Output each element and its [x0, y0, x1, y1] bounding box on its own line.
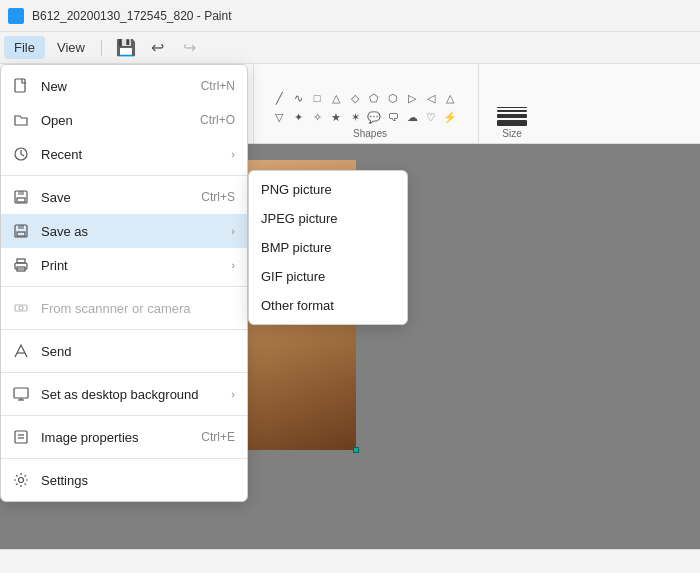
ribbon-group-size: Size	[487, 64, 537, 143]
resize-handle-corner[interactable]	[353, 447, 359, 453]
separator-1	[1, 175, 247, 176]
print-label: Print	[41, 258, 217, 273]
saveas-label: Save as	[41, 224, 217, 239]
print-icon	[11, 255, 31, 275]
size-options	[497, 107, 527, 126]
open-shortcut: Ctrl+O	[200, 113, 235, 127]
shape-arrow-d[interactable]: ▽	[270, 108, 288, 126]
menu-item-saveas[interactable]: Save as ›	[1, 214, 247, 248]
scanner-label: From scannner or camera	[41, 301, 235, 316]
saveas-submenu: PNG picture JPEG picture BMP picture GIF…	[248, 170, 408, 325]
shape-arrow-l[interactable]: ◁	[422, 89, 440, 107]
save-icon	[11, 187, 31, 207]
shape-hex[interactable]: ⬡	[384, 89, 402, 107]
menu-item-properties[interactable]: Image properties Ctrl+E	[1, 420, 247, 454]
separator-3	[1, 329, 247, 330]
svg-rect-7	[17, 232, 25, 236]
shape-callout-l[interactable]: 🗨	[384, 108, 402, 126]
svg-rect-17	[15, 431, 27, 443]
saveas-png[interactable]: PNG picture	[249, 175, 407, 204]
new-label: New	[41, 79, 191, 94]
menu-item-print[interactable]: Print ›	[1, 248, 247, 282]
shape-star5[interactable]: ★	[327, 108, 345, 126]
saveas-bmp[interactable]: BMP picture	[249, 233, 407, 262]
title-bar-text: B612_20200130_172545_820 - Paint	[32, 9, 232, 23]
toolbar-buttons: 💾 ↩ ↪	[112, 34, 204, 62]
menu-item-save[interactable]: Save Ctrl+S	[1, 180, 247, 214]
shape-diamond[interactable]: ◇	[346, 89, 364, 107]
status-bar	[0, 549, 700, 573]
separator-2	[1, 286, 247, 287]
shape-callout-r[interactable]: 💬	[365, 108, 383, 126]
open-label: Open	[41, 113, 190, 128]
png-label: PNG picture	[261, 182, 332, 197]
shape-pentagon[interactable]: ⬠	[365, 89, 383, 107]
undo-button[interactable]: ↩	[144, 34, 172, 62]
new-icon	[11, 76, 31, 96]
shape-rect[interactable]: □	[308, 89, 326, 107]
shape-line[interactable]: ╱	[270, 89, 288, 107]
svg-rect-0	[15, 79, 25, 92]
menu-item-send[interactable]: Send	[1, 334, 247, 368]
shape-curve[interactable]: ∿	[289, 89, 307, 107]
shape-triangle[interactable]: △	[327, 89, 345, 107]
svg-rect-4	[17, 198, 25, 202]
saveas-arrow: ›	[231, 225, 235, 237]
app-icon	[8, 8, 24, 24]
menu-item-open[interactable]: Open Ctrl+O	[1, 103, 247, 137]
menu-item-settings[interactable]: Settings	[1, 463, 247, 497]
properties-shortcut: Ctrl+E	[201, 430, 235, 444]
menu-file[interactable]: File	[4, 36, 45, 59]
separator-6	[1, 458, 247, 459]
shape-star6[interactable]: ✶	[346, 108, 364, 126]
size-thick[interactable]	[497, 114, 527, 118]
properties-icon	[11, 427, 31, 447]
shape-lightning[interactable]: ⚡	[441, 108, 459, 126]
svg-rect-14	[14, 388, 28, 398]
size-medium[interactable]	[497, 110, 527, 112]
shape-heart[interactable]: ♡	[422, 108, 440, 126]
file-menu: New Ctrl+N Open Ctrl+O Recent › Save Ctr…	[0, 64, 248, 502]
ribbon-group-shapes: ╱ ∿ □ △ ◇ ⬠ ⬡ ▷ ◁ △ ▽ ✦ ✧ ★ ✶ 💬 🗨 ☁ ♡ ⚡ …	[262, 64, 479, 143]
svg-point-12	[19, 306, 23, 310]
shape-4arrow[interactable]: ✦	[289, 108, 307, 126]
shapes-label: Shapes	[353, 128, 387, 139]
svg-rect-6	[18, 225, 24, 229]
menu-item-recent[interactable]: Recent ›	[1, 137, 247, 171]
size-xthick[interactable]	[497, 120, 527, 126]
shape-cloud[interactable]: ☁	[403, 108, 421, 126]
shape-star4[interactable]: ✧	[308, 108, 326, 126]
shape-arrow-r[interactable]: ▷	[403, 89, 421, 107]
scanner-icon	[11, 298, 31, 318]
redo-button[interactable]: ↪	[176, 34, 204, 62]
desktop-label: Set as desktop background	[41, 387, 217, 402]
shape-arrow-u[interactable]: △	[441, 89, 459, 107]
separator-4	[1, 372, 247, 373]
saveas-other[interactable]: Other format	[249, 291, 407, 320]
recent-icon	[11, 144, 31, 164]
desktop-icon	[11, 384, 31, 404]
menu-bar: File View 💾 ↩ ↪	[0, 32, 700, 64]
menu-view[interactable]: View	[47, 36, 95, 59]
size-label: Size	[502, 128, 521, 139]
saveas-icon	[11, 221, 31, 241]
other-label: Other format	[261, 298, 334, 313]
properties-label: Image properties	[41, 430, 191, 445]
saveas-jpeg[interactable]: JPEG picture	[249, 204, 407, 233]
new-shortcut: Ctrl+N	[201, 79, 235, 93]
menu-item-new[interactable]: New Ctrl+N	[1, 69, 247, 103]
svg-rect-3	[18, 191, 24, 195]
size-thin[interactable]	[497, 107, 527, 108]
settings-label: Settings	[41, 473, 235, 488]
saveas-gif[interactable]: GIF picture	[249, 262, 407, 291]
save-shortcut: Ctrl+S	[201, 190, 235, 204]
jpeg-label: JPEG picture	[261, 211, 338, 226]
gif-label: GIF picture	[261, 269, 325, 284]
menu-item-desktop[interactable]: Set as desktop background ›	[1, 377, 247, 411]
send-icon	[11, 341, 31, 361]
save-button[interactable]: 💾	[112, 34, 140, 62]
svg-rect-8	[17, 259, 25, 263]
desktop-arrow: ›	[231, 388, 235, 400]
save-label: Save	[41, 190, 191, 205]
recent-arrow: ›	[231, 148, 235, 160]
